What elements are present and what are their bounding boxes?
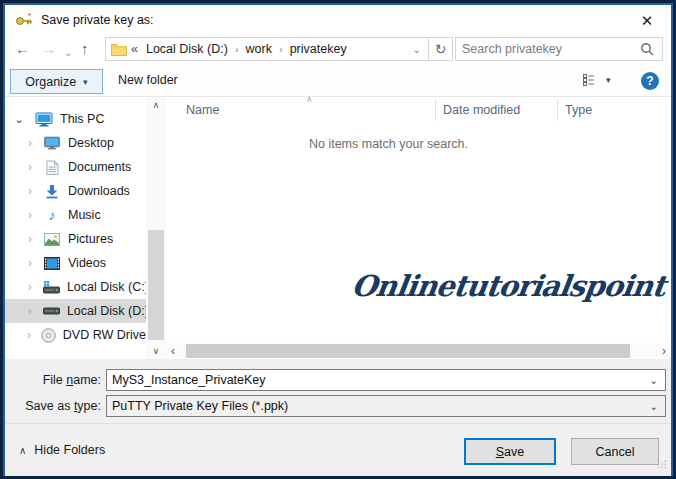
refresh-button[interactable]: ↻	[428, 37, 453, 61]
breadcrumb-segment-drive[interactable]: Local Disk (D:)	[141, 42, 233, 56]
chevron-collapsed-icon[interactable]: ›	[24, 160, 36, 174]
scroll-right-icon[interactable]: ›	[662, 345, 666, 357]
documents-icon	[42, 160, 62, 175]
scroll-down-icon[interactable]: ∨	[146, 346, 166, 356]
chevron-collapsed-icon[interactable]: ›	[24, 304, 36, 318]
sidebar-item-desktop[interactable]: › Desktop	[5, 131, 146, 155]
sidebar-item-label: This PC	[60, 112, 104, 126]
this-pc-icon	[34, 111, 54, 127]
chevron-collapsed-icon[interactable]: ›	[24, 208, 36, 222]
sidebar-scrollbar-thumb[interactable]	[148, 230, 164, 340]
chevron-collapsed-icon[interactable]: ›	[24, 184, 36, 198]
address-bar[interactable]: « Local Disk (D:) › work › privatekey ⌄	[105, 37, 429, 61]
sidebar-item-music[interactable]: › ♪ Music	[5, 203, 146, 227]
sidebar-item-downloads[interactable]: › Downloads	[5, 179, 146, 203]
sort-ascending-icon: ∧	[306, 94, 313, 104]
music-note-icon: ♪	[42, 207, 62, 223]
chevron-collapsed-icon[interactable]: ›	[24, 280, 36, 294]
chevron-down-icon: ▾	[83, 77, 88, 87]
column-header-type[interactable]: Type	[565, 103, 592, 117]
navigation-bar: ← → ⌄ ↑ « Local Disk (D:) › work › priva…	[5, 33, 671, 66]
file-name-input[interactable]	[107, 373, 643, 387]
sidebar-item-dvd-drive[interactable]: › DVD RW Drive (E	[5, 323, 146, 347]
search-input[interactable]	[456, 42, 640, 56]
save-private-key-dialog: Save private key as: ✕ ← → ⌄ ↑ « Local D…	[0, 0, 676, 479]
column-header-date-modified[interactable]: Date modified	[443, 103, 520, 117]
column-separator[interactable]	[435, 99, 436, 121]
chevron-expanded-icon[interactable]: ⌄	[13, 113, 25, 126]
horizontal-scrollbar-thumb[interactable]	[186, 344, 630, 358]
sidebar-item-documents[interactable]: › Documents	[5, 155, 146, 179]
combo-dropdown-icon[interactable]: ⌄	[643, 401, 665, 412]
sidebar-item-local-disk-c[interactable]: › Local Disk (C:)	[5, 275, 146, 299]
chevron-collapsed-icon[interactable]: ›	[24, 328, 34, 342]
sidebar-item-videos[interactable]: › Videos	[5, 251, 146, 275]
sidebar-item-label: Pictures	[68, 232, 113, 246]
chevron-collapsed-icon[interactable]: ›	[24, 136, 36, 150]
breadcrumb-segment-work[interactable]: work	[241, 42, 277, 56]
column-separator[interactable]	[557, 99, 558, 121]
pictures-icon	[42, 233, 62, 246]
cancel-button[interactable]: Cancel	[571, 438, 659, 465]
sidebar-item-label: Documents	[68, 160, 131, 174]
videos-icon	[42, 257, 62, 270]
sidebar-item-local-disk-d[interactable]: › Local Disk (D:)	[5, 299, 146, 323]
close-icon[interactable]: ✕	[635, 9, 659, 33]
chevron-up-icon: ∧	[19, 445, 26, 456]
address-dropdown-chevron-icon[interactable]: ⌄	[406, 44, 428, 55]
content-area: ⌄ This PC ›	[5, 97, 671, 359]
sidebar-item-label: Music	[68, 208, 101, 222]
chevron-collapsed-icon[interactable]: ›	[24, 232, 36, 246]
scroll-up-icon[interactable]: ∧	[146, 100, 166, 110]
sidebar-item-label: Downloads	[68, 184, 130, 198]
file-list-pane: ∧ Name Date modified Type No items match…	[166, 97, 671, 359]
file-name-label: File name:	[5, 373, 101, 387]
organize-button[interactable]: Organize ▾	[10, 69, 103, 94]
horizontal-scrollbar[interactable]: ‹ ›	[166, 343, 671, 359]
refresh-icon: ↻	[435, 41, 447, 57]
sidebar-item-label: Videos	[68, 256, 106, 270]
combo-dropdown-icon[interactable]: ⌄	[643, 375, 665, 386]
sidebar-scrollbar[interactable]: ∧ ∨	[146, 97, 166, 359]
column-header-name[interactable]: Name	[186, 103, 219, 117]
up-icon[interactable]: ↑	[81, 38, 89, 60]
breadcrumb-segment-privatekey[interactable]: privatekey	[285, 42, 352, 56]
forward-icon[interactable]: →	[41, 38, 56, 60]
hide-folders-button[interactable]: ∧ Hide Folders	[19, 443, 105, 457]
watermark-text: Onlinetutorialspoint	[350, 269, 667, 303]
breadcrumb-separator-icon: ›	[233, 43, 241, 55]
save-button[interactable]: Save	[464, 438, 556, 465]
help-icon: ?	[646, 74, 653, 88]
sidebar-item-this-pc[interactable]: ⌄ This PC	[5, 107, 146, 131]
help-button[interactable]: ?	[641, 72, 659, 90]
chevron-down-icon: ▾	[606, 75, 611, 85]
recent-locations-chevron-icon[interactable]: ⌄	[64, 42, 72, 64]
file-fields-area: File name: ⌄ Save as type: PuTTY Private…	[5, 359, 671, 423]
search-box[interactable]	[455, 37, 663, 61]
chevron-collapsed-icon[interactable]: ›	[24, 256, 36, 270]
search-icon[interactable]	[640, 42, 662, 56]
drive-icon	[42, 306, 61, 316]
window-title: Save private key as:	[41, 13, 154, 27]
organize-label: Organize	[25, 75, 76, 89]
new-folder-button[interactable]: New folder	[118, 73, 178, 87]
save-as-type-combobox[interactable]: PuTTY Private Key Files (*.ppk) ⌄	[106, 395, 666, 417]
sidebar-item-pictures[interactable]: › Pictures	[5, 227, 146, 251]
scroll-left-icon[interactable]: ‹	[171, 345, 175, 357]
navigation-pane: ⌄ This PC ›	[5, 97, 146, 359]
desktop-icon	[42, 136, 62, 150]
dvd-disc-icon	[40, 328, 57, 343]
details-view-icon	[583, 74, 598, 86]
sidebar-item-label: Local Disk (C:)	[67, 280, 146, 294]
command-toolbar: Organize ▾ New folder	[5, 66, 671, 97]
back-icon[interactable]: ←	[15, 38, 30, 60]
sidebar-item-label: Desktop	[68, 136, 114, 150]
column-header-row: ∧ Name Date modified Type	[166, 97, 671, 123]
empty-folder-message: No items match your search.	[166, 137, 611, 151]
resize-grip[interactable]	[657, 458, 667, 472]
title-bar: Save private key as: ✕	[5, 5, 671, 35]
hide-folders-label: Hide Folders	[34, 443, 105, 457]
breadcrumb-collapse[interactable]: «	[127, 42, 141, 56]
view-switcher-button[interactable]: ▾	[583, 74, 611, 86]
file-name-combobox[interactable]: ⌄	[106, 369, 666, 391]
